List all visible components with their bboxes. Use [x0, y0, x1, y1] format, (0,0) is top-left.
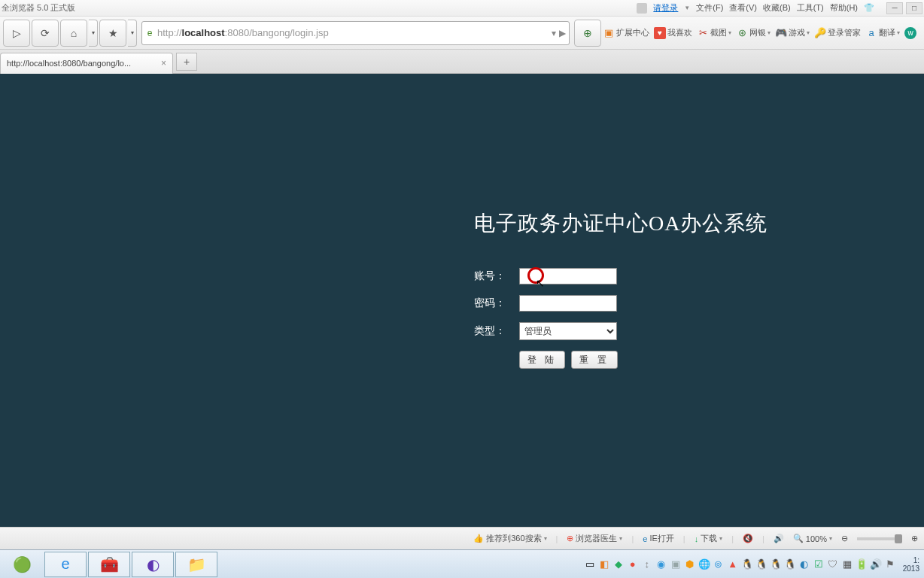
minimize-button[interactable]: ─ — [886, 2, 903, 14]
account-input[interactable] — [519, 268, 617, 284]
page-content: 电子政务办证中心OA办公系统 账号： 密码： 类型： 管理员 登 陆 重 置 — [0, 74, 924, 527]
refresh-button[interactable]: ⟳ — [32, 20, 59, 47]
tab-active[interactable]: http://localhost:8080/bangong/lo... × — [0, 53, 173, 74]
task-toolbox[interactable]: 🧰 — [88, 552, 130, 577]
volume-icon[interactable]: 🔊 — [774, 534, 784, 543]
extra-icon[interactable]: w — [904, 27, 916, 39]
tab-title: http://localhost:8080/bangong/lo... — [7, 59, 131, 68]
tray-icon[interactable]: ▣ — [670, 558, 682, 570]
user-icon — [637, 3, 647, 14]
skin-icon[interactable]: 👕 — [864, 3, 874, 13]
start-button[interactable]: 🟢 — [1, 552, 43, 577]
doctor-button[interactable]: ⊕浏览器医生▾ — [567, 533, 622, 544]
tray-icon[interactable]: 🐧 — [784, 558, 796, 570]
zoom-in-button[interactable]: ⊕ — [911, 534, 918, 543]
login-panel: 电子政务办证中心OA办公系统 账号： 密码： 类型： 管理员 登 陆 重 置 — [474, 209, 813, 369]
download-button[interactable]: ↓下载▾ — [695, 533, 723, 544]
menu-file[interactable]: 文件(F) — [696, 2, 723, 14]
browser-title: 全浏览器 5.0 正式版 — [2, 2, 75, 14]
tray-icon[interactable]: ▭ — [584, 558, 596, 570]
maximize-button[interactable]: □ — [906, 2, 922, 14]
page-title: 电子政务办证中心OA办公系统 — [474, 209, 813, 238]
zoom-slider[interactable] — [857, 537, 902, 540]
type-select[interactable]: 管理员 — [519, 322, 617, 340]
taskbar-clock[interactable]: 1: 2013 — [898, 556, 919, 573]
recommend-button[interactable]: 👍推荐到360搜索▾ — [473, 533, 546, 544]
tray-icon[interactable]: 🐧 — [770, 558, 782, 570]
go-button[interactable]: ▶ — [559, 28, 566, 38]
tray-icon[interactable]: ▲ — [727, 558, 739, 570]
tray-icon[interactable]: ⚑ — [884, 558, 896, 570]
type-label: 类型： — [474, 324, 519, 338]
status-bar: 👍推荐到360搜索▾ | ⊕浏览器医生▾ | eIE打开 | ↓下载▾ | 🔇 … — [0, 527, 924, 549]
ie-open-button[interactable]: eIE打开 — [643, 533, 674, 544]
taskbar: 🟢 e 🧰 ◐ 📁 ▭ ◧ ◆ ● ↕ ◉ ▣ ⬢ 🌐 ⊚ ▲ 🐧 🐧 🐧 🐧 … — [0, 549, 924, 578]
extensions-button[interactable]: ▣扩展中心 — [603, 27, 649, 39]
menu-favorites[interactable]: 收藏(B) — [763, 2, 791, 14]
tray-icon[interactable]: ◆ — [612, 558, 625, 570]
password-input[interactable] — [519, 295, 617, 312]
zoom-out-button[interactable]: ⊖ — [841, 534, 848, 543]
tray-icon[interactable]: 🌐 — [698, 558, 710, 570]
system-tray: ▭ ◧ ◆ ● ↕ ◉ ▣ ⬢ 🌐 ⊚ ▲ 🐧 🐧 🐧 🐧 ◐ ☑ 🛡 ▦ 🔋 … — [584, 556, 924, 573]
tray-icon[interactable]: ⬢ — [684, 558, 696, 570]
reset-button[interactable]: 重 置 — [571, 351, 617, 369]
task-eclipse[interactable]: ◐ — [132, 552, 174, 577]
games-button[interactable]: 🎮游戏▾ — [775, 27, 810, 39]
new-tab-button[interactable]: + — [176, 53, 197, 71]
tray-icon[interactable]: 🔊 — [870, 558, 882, 570]
tray-icon[interactable]: ▦ — [841, 558, 853, 570]
address-dropdown-icon[interactable]: ▾ — [552, 28, 556, 38]
tray-icon[interactable]: ◐ — [798, 558, 810, 570]
address-bar[interactable]: e http://localhost:8080/bangong/login.js… — [141, 21, 570, 45]
tray-icon[interactable]: 🔋 — [856, 558, 868, 570]
home-dropdown-icon[interactable]: ▾ — [89, 20, 98, 47]
zoom-label[interactable]: 🔍100%▾ — [793, 534, 832, 543]
tray-icon[interactable]: ↕ — [641, 558, 653, 570]
forward-button[interactable]: ▷ — [3, 20, 30, 47]
like-button[interactable]: ♥我喜欢 — [654, 27, 692, 39]
tray-icon[interactable]: ⊚ — [713, 558, 725, 570]
browser-titlebar: 全浏览器 5.0 正式版 请登录 ▼ 文件(F) 查看(V) 收藏(B) 工具(… — [0, 0, 924, 17]
tray-icon[interactable]: ◉ — [655, 558, 667, 570]
screenshot-button[interactable]: ✂截图▾ — [697, 27, 731, 39]
site-icon: e — [142, 28, 157, 38]
password-label: 密码： — [474, 297, 519, 310]
shield-button[interactable]: ⊕ — [574, 20, 601, 47]
tray-icon[interactable]: ☑ — [813, 558, 825, 570]
menu-tools[interactable]: 工具(T) — [797, 2, 824, 14]
login-button[interactable]: 登 陆 — [519, 351, 565, 369]
nav-toolbar: ▷ ⟳ ⌂ ▾ ★ ▾ e http://localhost:8080/bang… — [0, 17, 924, 50]
netbank-button[interactable]: ⊛网银▾ — [736, 27, 771, 39]
home-button[interactable]: ⌂ — [60, 20, 87, 47]
tray-icon[interactable]: ● — [627, 558, 639, 570]
mute-icon[interactable]: 🔇 — [743, 534, 753, 543]
account-label: 账号： — [474, 269, 519, 283]
tray-icon[interactable]: 🐧 — [741, 558, 753, 570]
task-explorer[interactable]: 📁 — [175, 552, 217, 577]
favorites-dropdown-icon[interactable]: ▾ — [128, 20, 137, 47]
menu-help[interactable]: 帮助(H) — [830, 2, 858, 14]
translate-button[interactable]: a翻译▾ — [865, 27, 900, 39]
login-dropdown-icon[interactable]: ▼ — [684, 5, 690, 11]
favorites-button[interactable]: ★ — [99, 20, 126, 47]
tray-icon[interactable]: ◧ — [598, 558, 610, 570]
menu-view[interactable]: 查看(V) — [729, 2, 757, 14]
address-text: http://localhost:8080/bangong/login.jsp — [157, 27, 552, 38]
login-manager-button[interactable]: 🔑登录管家 — [814, 27, 861, 39]
tab-close-button[interactable]: × — [161, 58, 166, 68]
tray-icon[interactable]: 🛡 — [827, 558, 839, 570]
task-ie[interactable]: e — [44, 552, 87, 577]
tab-bar: http://localhost:8080/bangong/lo... × + — [0, 50, 924, 74]
login-link[interactable]: 请登录 — [653, 2, 678, 14]
tray-icon[interactable]: 🐧 — [755, 558, 767, 570]
